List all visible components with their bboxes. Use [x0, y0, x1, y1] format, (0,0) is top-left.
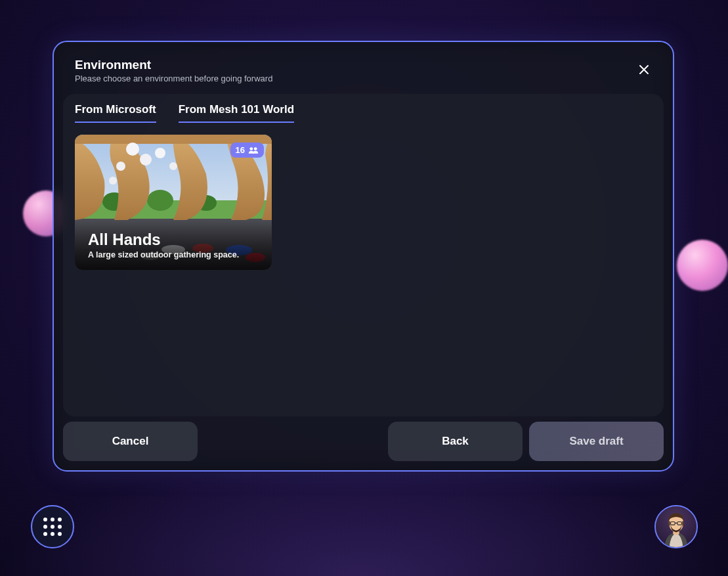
card-text-overlay: All Hands A large sized outdoor gatherin…: [75, 221, 272, 270]
capacity-badge: 16: [230, 143, 264, 158]
tab-from-microsoft[interactable]: From Microsoft: [75, 103, 156, 123]
environment-modal: Environment Please choose an environment…: [53, 41, 674, 472]
tab-from-mesh-101-world[interactable]: From Mesh 101 World: [179, 103, 294, 123]
people-icon: [248, 146, 259, 154]
save-draft-button[interactable]: Save draft: [529, 422, 664, 461]
avatar-icon: [656, 506, 696, 547]
svg-point-8: [140, 154, 152, 166]
svg-point-11: [169, 162, 177, 170]
close-button[interactable]: [633, 59, 654, 80]
card-title: All Hands: [88, 231, 259, 249]
card-description: A large sized outdoor gathering space.: [88, 250, 259, 259]
svg-point-9: [116, 162, 125, 171]
footer-spacer: [204, 422, 381, 461]
svg-point-7: [126, 143, 139, 156]
close-icon: [637, 63, 651, 76]
cancel-button[interactable]: Cancel: [63, 422, 198, 461]
background-haze: [0, 458, 728, 576]
avatar-button[interactable]: [654, 505, 698, 548]
modal-subtitle: Please choose an environment before goin…: [75, 74, 652, 83]
svg-point-10: [155, 148, 165, 158]
environment-card-all-hands[interactable]: 16 All Hands A large sized outdoor gathe…: [75, 135, 272, 270]
svg-point-3: [147, 190, 173, 211]
svg-point-20: [254, 147, 257, 150]
app-menu-button[interactable]: [31, 505, 74, 548]
back-button[interactable]: Back: [388, 422, 523, 461]
grid-icon: [43, 518, 62, 536]
modal-body: From Microsoft From Mesh 101 World: [63, 94, 664, 416]
background-orb-right: [677, 240, 728, 291]
svg-point-12: [109, 177, 117, 185]
modal-header: Environment Please choose an environment…: [54, 42, 673, 91]
svg-point-19: [249, 147, 253, 150]
tabs-row: From Microsoft From Mesh 101 World: [75, 103, 652, 123]
capacity-count: 16: [236, 145, 245, 155]
modal-title: Environment: [75, 58, 652, 72]
modal-footer: Cancel Back Save draft: [54, 422, 673, 470]
